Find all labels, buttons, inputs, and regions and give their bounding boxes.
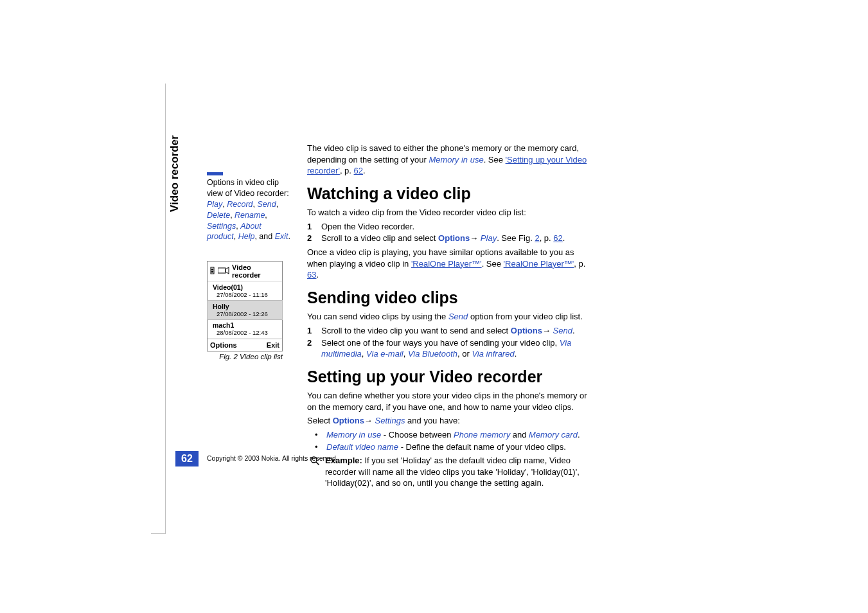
step-text: Scroll to a video clip and select Option… (321, 233, 565, 244)
example-text: Example: If you set 'Holiday' as the def… (325, 455, 596, 489)
figure-caption: Fig. 2 Video clip list (207, 353, 283, 360)
text: . See (482, 259, 504, 269)
phone-titlebar: Video recorder (208, 262, 282, 281)
text: If you set 'Holiday' as the default vide… (325, 456, 580, 488)
link-realone-1[interactable]: 'RealOne Player™' (411, 259, 482, 269)
step-number: 1 (307, 325, 315, 337)
send-option: Send (553, 326, 572, 335)
battery-icon (210, 267, 215, 276)
list-item: mach1 28/08/2002 - 12:43 (208, 319, 282, 339)
step-2: 2 Select one of the four ways you have o… (307, 337, 596, 360)
fig-ref[interactable]: 2 (535, 233, 539, 243)
text: - Choose between (381, 430, 454, 440)
opt-delete: Delete (207, 211, 230, 220)
step-number: 2 (307, 337, 315, 360)
step-text: Select one of the four ways you have of … (321, 337, 596, 360)
options-keyword: Options (333, 416, 364, 425)
setup-intro: You can define whether you store your vi… (307, 390, 596, 413)
opt-exit: Exit (275, 232, 288, 241)
text: and you have: (405, 416, 459, 425)
bullet-text: Memory in use - Choose between Phone mem… (326, 429, 580, 441)
softkey-left[interactable]: Options (210, 341, 237, 349)
send-intro: You can send video clips by using the Se… (307, 311, 596, 323)
step-number: 1 (307, 221, 315, 233)
page: Video recorder Options in video clip vie… (0, 0, 868, 613)
step-text: Open the Video recorder. (321, 221, 414, 233)
text: Scroll to the video clip you want to sen… (321, 326, 511, 335)
text: , (362, 349, 366, 359)
figure-video-clip-list: Video recorder Video(01) 27/08/2002 - 11… (207, 261, 283, 360)
list-item-selected: Holly 27/08/2002 - 12:26 (207, 300, 283, 320)
svg-rect-4 (218, 268, 226, 273)
camera-icon (218, 267, 229, 276)
text: . (363, 166, 366, 175)
opt-rename: Rename (235, 211, 265, 220)
bullet-default-video-name: • Default video name - Define the defaul… (315, 441, 596, 453)
clip-name: Video(01) (213, 283, 278, 291)
svg-rect-1 (211, 269, 213, 270)
main-content: The video clip is saved to either the ph… (307, 140, 596, 489)
opt-play: Play (207, 200, 222, 209)
play-option: Play (481, 233, 497, 243)
step-text: Scroll to the video clip you want to sen… (321, 325, 575, 337)
via-bluetooth: Via Bluetooth (408, 349, 457, 359)
text: . (563, 233, 565, 243)
step-1: 1 Open the Video recorder. (307, 221, 596, 233)
arrow-icon: → (470, 233, 481, 243)
sidebar-options-note: Options in video clip view of Video reco… (207, 172, 290, 242)
text: , p. (574, 259, 585, 269)
step-2: 2 Scroll to a video clip and select Opti… (307, 233, 596, 244)
setup-select: Select Options→ Settings and you have: (307, 415, 596, 427)
note-and: , and (254, 232, 274, 241)
bullet-memory-in-use: • Memory in use - Choose between Phone m… (315, 429, 596, 441)
list-item: Video(01) 27/08/2002 - 11:16 (208, 281, 282, 301)
text: , or (457, 349, 472, 359)
note-accent-bar (207, 172, 223, 175)
text: . See Fig. (497, 233, 535, 243)
svg-rect-3 (211, 272, 213, 273)
opt-help: Help (238, 232, 255, 241)
memory-in-use-term: Memory in use (429, 155, 483, 164)
send-term: Send (448, 312, 468, 321)
page-ref[interactable]: 63 (307, 270, 316, 280)
opt-record: Record (227, 200, 252, 209)
section-title-vertical: Video recorder (168, 135, 181, 212)
phone-memory-term: Phone memory (454, 430, 510, 440)
memory-in-use-term: Memory in use (326, 430, 381, 440)
heading-watching: Watching a video clip (307, 183, 596, 205)
via-email: Via e-mail (366, 349, 403, 359)
opt-send: Send (258, 200, 276, 209)
bullet-icon: • (315, 429, 320, 441)
phone-title: Video recorder (232, 263, 279, 279)
step-1: 1 Scroll to the video clip you want to s… (307, 325, 596, 337)
page-ref[interactable]: 62 (553, 233, 562, 243)
text: , (403, 349, 408, 359)
settings-option: Settings (375, 416, 405, 425)
watch-note: Once a video clip is playing, you have s… (307, 247, 596, 281)
svg-rect-2 (211, 271, 213, 272)
clip-meta: 27/08/2002 - 12:26 (213, 310, 278, 317)
clip-meta: 28/08/2002 - 12:43 (213, 329, 278, 336)
text: , p. (540, 233, 554, 243)
watch-intro: To watch a video clip from the Video rec… (307, 207, 596, 218)
heading-setup: Setting up your Video recorder (307, 366, 596, 388)
heading-sending: Sending video clips (307, 287, 596, 309)
options-keyword: Options (511, 326, 542, 335)
phone-softkeys: Options Exit (208, 339, 282, 351)
text: . (515, 349, 517, 359)
svg-line-7 (316, 462, 319, 465)
text: Select (307, 416, 333, 425)
page-ref[interactable]: 62 (354, 166, 363, 175)
page-number: 62 (175, 451, 199, 466)
text: and (510, 430, 529, 440)
phone-screen: Video recorder Video(01) 27/08/2002 - 11… (207, 261, 283, 351)
example-note: Example: If you set 'Holiday' as the def… (310, 455, 596, 489)
softkey-right[interactable]: Exit (267, 341, 279, 349)
link-realone-2[interactable]: 'RealOne Player™' (504, 259, 574, 269)
text: - Define the default name of your video … (398, 442, 566, 452)
copyright-text: Copyright © 2003 Nokia. All rights reser… (207, 454, 338, 462)
svg-marker-5 (226, 267, 229, 274)
default-video-name-term: Default video name (326, 442, 398, 452)
text: , p. (340, 166, 354, 175)
note-prefix: Options in video clip view of Video reco… (207, 178, 289, 198)
